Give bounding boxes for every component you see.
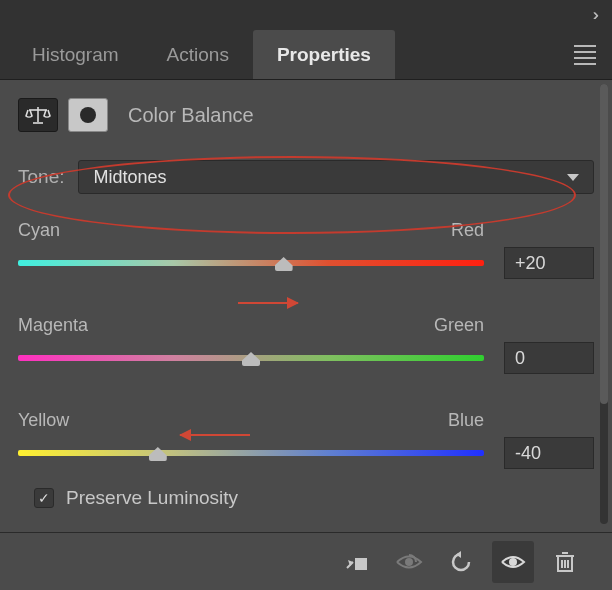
- reset-button[interactable]: [440, 541, 482, 583]
- slider1-left-label: Cyan: [18, 220, 60, 241]
- delete-button[interactable]: [544, 541, 586, 583]
- preserve-luminosity-label: Preserve Luminosity: [66, 487, 238, 509]
- panel-title: Color Balance: [128, 104, 254, 127]
- svg-point-6: [405, 558, 413, 566]
- slider3-right-label: Blue: [422, 410, 484, 431]
- tone-select-value: Midtones: [93, 167, 166, 188]
- slider3-value-input[interactable]: -40: [504, 437, 594, 469]
- properties-panel: Color Balance Tone: Midtones Cyan Red +2…: [0, 80, 612, 532]
- slider2-right-label: Green: [422, 315, 484, 336]
- slider3-thumb[interactable]: [149, 447, 167, 461]
- preserve-luminosity-checkbox[interactable]: ✓: [34, 488, 54, 508]
- slider2-thumb[interactable]: [242, 352, 260, 366]
- panel-scrollbar[interactable]: [600, 84, 608, 524]
- mask-circle-icon: [78, 105, 98, 125]
- chevron-down-icon: [567, 174, 579, 181]
- eye-icon: [500, 553, 526, 571]
- reset-icon: [449, 551, 473, 573]
- slider1-right-label: Red: [422, 220, 484, 241]
- svg-marker-7: [456, 551, 461, 558]
- cyan-red-slider[interactable]: [18, 260, 484, 266]
- eye-slash-icon: [395, 553, 423, 571]
- slider2-value-input[interactable]: 0: [504, 342, 594, 374]
- clip-to-layer-button[interactable]: [336, 541, 378, 583]
- expand-chevrons-icon[interactable]: ››: [593, 5, 594, 25]
- tab-properties[interactable]: Properties: [253, 30, 395, 79]
- toggle-visibility-button[interactable]: [492, 541, 534, 583]
- view-previous-button[interactable]: [388, 541, 430, 583]
- clip-icon: [345, 552, 369, 572]
- slider3-left-label: Yellow: [18, 410, 69, 431]
- tab-actions[interactable]: Actions: [143, 30, 253, 79]
- svg-rect-4: [355, 558, 367, 570]
- yellow-blue-slider[interactable]: [18, 450, 484, 456]
- magenta-green-slider[interactable]: [18, 355, 484, 361]
- tab-properties-label: Properties: [277, 44, 371, 66]
- slider1-thumb[interactable]: [275, 257, 293, 271]
- layer-mask-icon[interactable]: [68, 98, 108, 132]
- tab-actions-label: Actions: [167, 44, 229, 66]
- svg-point-8: [509, 558, 517, 566]
- adjustment-type-icon[interactable]: [18, 98, 58, 132]
- panel-menu-icon[interactable]: [574, 30, 596, 79]
- tone-label: Tone:: [18, 166, 64, 188]
- tab-histogram[interactable]: Histogram: [8, 30, 143, 79]
- trash-icon: [555, 551, 575, 573]
- slider1-value-input[interactable]: +20: [504, 247, 594, 279]
- slider2-left-label: Magenta: [18, 315, 88, 336]
- svg-point-3: [80, 107, 96, 123]
- panel-footer: [0, 532, 612, 590]
- tab-histogram-label: Histogram: [32, 44, 119, 66]
- scrollbar-handle[interactable]: [600, 84, 608, 404]
- tone-select[interactable]: Midtones: [78, 160, 594, 194]
- balance-scale-icon: [25, 104, 51, 126]
